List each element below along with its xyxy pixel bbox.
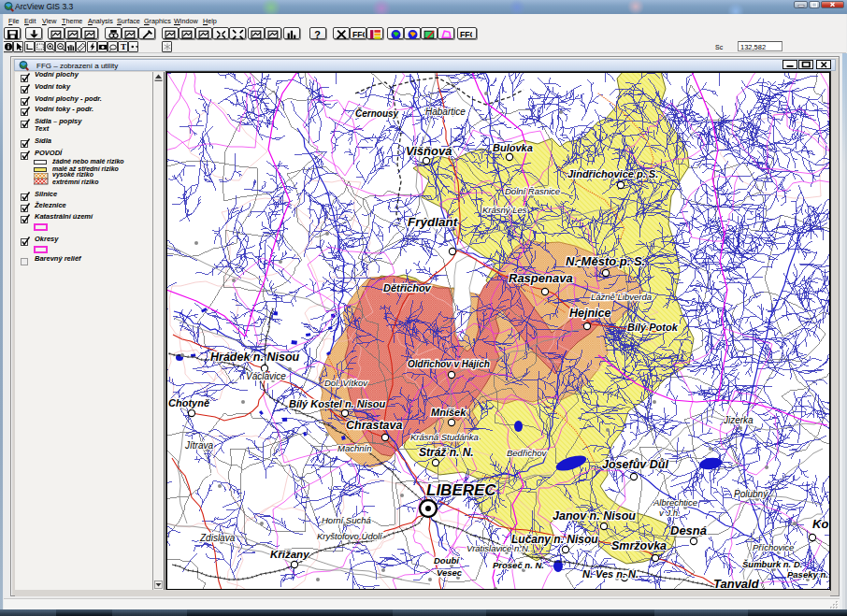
svg-text:Smržovka: Smržovka xyxy=(611,539,667,552)
svg-text:Jindřichovice p. S.: Jindřichovice p. S. xyxy=(567,168,658,179)
svg-text:Raspenava: Raspenava xyxy=(509,271,573,285)
svg-text:LIBEREC: LIBEREC xyxy=(426,481,496,499)
svg-text:Habartice: Habartice xyxy=(425,107,466,117)
svg-text:Machnín: Machnín xyxy=(337,443,371,453)
svg-text:Hrádek n. Nisou: Hrádek n. Nisou xyxy=(210,351,300,364)
svg-text:Kryštofovo Údolí: Kryštofovo Údolí xyxy=(317,531,383,541)
svg-text:Desná: Desná xyxy=(670,523,707,537)
svg-text:Bílý Potok: Bílý Potok xyxy=(627,322,679,333)
svg-text:Stráž n. N.: Stráž n. N. xyxy=(419,446,474,459)
svg-text:Dol. Vítkov: Dol. Vítkov xyxy=(324,378,368,388)
svg-text:Lázně Libverda: Lázně Libverda xyxy=(591,292,652,302)
svg-text:Polubný: Polubný xyxy=(734,489,768,499)
svg-text:FFG: FFG xyxy=(352,30,365,39)
svg-text:Hejnice: Hejnice xyxy=(569,307,611,320)
svg-text:Černousy: Černousy xyxy=(355,107,399,119)
svg-text:Bedřichov: Bedřichov xyxy=(507,448,547,458)
svg-text:?: ? xyxy=(314,29,321,40)
svg-text:Doubí: Doubí xyxy=(434,555,460,566)
svg-text:Albrechtice: Albrechtice xyxy=(653,497,697,508)
svg-text:Paseky n.: Paseky n. xyxy=(787,569,828,580)
svg-text:Chrastava: Chrastava xyxy=(346,419,402,432)
svg-text:Dolní Řasnice: Dolní Řasnice xyxy=(505,186,560,196)
svg-text:Bílý Kostel n. Nisou: Bílý Kostel n. Nisou xyxy=(289,398,386,409)
svg-text:Višňová: Višňová xyxy=(406,144,452,158)
svg-text:N. Město p. S.: N. Město p. S. xyxy=(566,254,645,268)
svg-text:Josefův Důl: Josefův Důl xyxy=(602,458,668,471)
svg-text:Vesec: Vesec xyxy=(437,567,463,578)
svg-text:Frýdlant: Frýdlant xyxy=(408,215,458,229)
svg-text:Příchovice: Příchovice xyxy=(753,542,794,552)
svg-text:Jítrava: Jítrava xyxy=(184,440,213,451)
svg-text:Václavice: Václavice xyxy=(246,371,286,381)
svg-text:Zdislava: Zdislava xyxy=(199,533,236,543)
svg-text:Krásná Studánka: Krásná Studánka xyxy=(410,432,479,442)
svg-text:Krásný Les: Krásný Les xyxy=(482,205,527,215)
svg-text:Bulovka: Bulovka xyxy=(493,142,533,153)
svg-text:Horní Suchá: Horní Suchá xyxy=(322,515,371,525)
svg-text:Vratislavice n.N.: Vratislavice n.N. xyxy=(467,543,530,553)
svg-text:Šumburk n. D.: Šumburk n. D. xyxy=(742,559,802,569)
svg-text:FFG: FFG xyxy=(460,30,472,39)
svg-text:N. Ves n. N.: N. Ves n. N. xyxy=(582,568,639,580)
svg-text:T: T xyxy=(121,42,126,51)
svg-text:v J.h.: v J.h. xyxy=(659,508,681,518)
svg-text:Dětřichov: Dětřichov xyxy=(383,282,432,294)
svg-text:Tanvald: Tanvald xyxy=(713,577,760,590)
svg-text:Proseč n. N.: Proseč n. N. xyxy=(493,560,544,570)
svg-text:Ko: Ko xyxy=(812,517,828,531)
svg-text:Mníšek: Mníšek xyxy=(431,407,467,418)
svg-text:Chotyně: Chotyně xyxy=(168,397,209,408)
svg-text:Jizerka: Jizerka xyxy=(723,415,754,425)
svg-text:Oldřichov v Hájích: Oldřichov v Hájích xyxy=(408,359,490,369)
svg-text:Janov n. Nisou: Janov n. Nisou xyxy=(553,509,636,523)
svg-text:Křižany: Křižany xyxy=(270,549,309,560)
